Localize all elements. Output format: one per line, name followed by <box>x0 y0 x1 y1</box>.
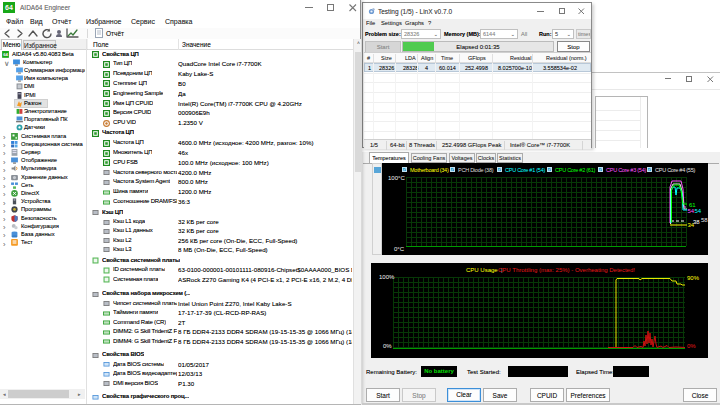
svg-text:64: 64 <box>3 52 8 57</box>
